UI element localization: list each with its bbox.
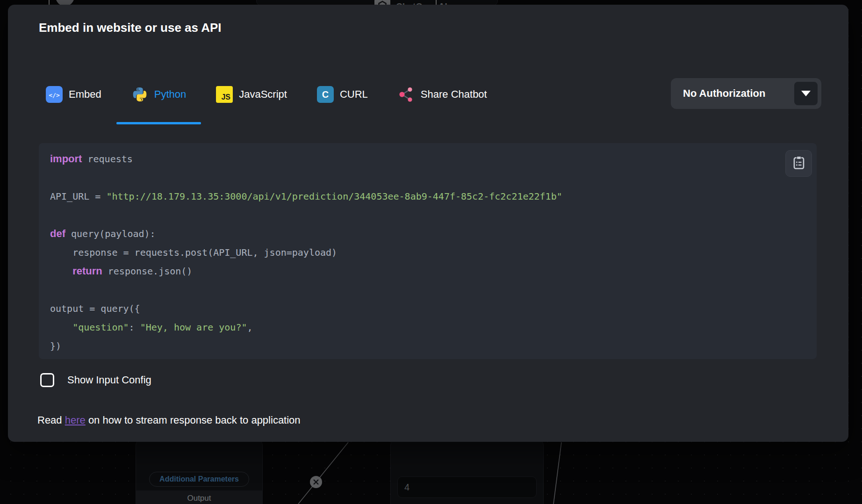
code-line (50, 206, 805, 224)
authorization-select[interactable]: No Authorization (671, 78, 821, 109)
code-line: output = query({ (50, 299, 805, 318)
code-token: output = query({ (50, 303, 140, 314)
code-token: "question" (72, 322, 129, 333)
stream-hint-text: on how to stream response back to applic… (86, 414, 301, 426)
share-chatbot-icon (398, 86, 415, 103)
code-token: response.json() (102, 266, 193, 277)
embed-api-dialog: Embed in website or use as API </>EmbedP… (8, 5, 848, 442)
svg-text:JS: JS (222, 93, 231, 101)
tab-curl[interactable]: CCURL (302, 69, 383, 124)
authorization-value: No Authorization (683, 87, 765, 100)
code-line: import requests (50, 150, 805, 168)
curl-icon: C (317, 86, 334, 103)
tab-label: Share Chatbot (421, 88, 487, 101)
code-line: "question": "Hey, how are you?", (50, 318, 805, 337)
code-line (50, 281, 805, 299)
tab-javascript[interactable]: JSJavaScript (201, 69, 302, 124)
copy-code-button[interactable] (785, 150, 812, 177)
tab-label: Embed (69, 88, 101, 101)
code-token (50, 322, 72, 333)
code-token: , (247, 322, 252, 333)
code-block: import requests API_URL = "http://18.179… (39, 143, 817, 359)
show-input-config-checkbox[interactable] (40, 373, 54, 387)
show-input-config-label: Show Input Config (67, 374, 151, 386)
code-token: "http://18.179.13.35:3000/api/v1/predict… (106, 191, 562, 202)
code-line: }) (50, 337, 805, 355)
python-code: import requests API_URL = "http://18.179… (50, 150, 805, 355)
stream-hint: Read here on how to stream response back… (31, 414, 826, 426)
tab-python[interactable]: Python (116, 69, 201, 124)
code-token: return (72, 265, 102, 277)
tab-label: CURL (340, 88, 368, 101)
tab-label: Python (154, 88, 187, 101)
stream-docs-link[interactable]: here (65, 414, 86, 426)
svg-text:</>: </> (49, 92, 60, 99)
code-token: : (129, 322, 140, 333)
code-token: "Hey, how are you?" (140, 322, 247, 333)
code-token: def (50, 228, 65, 239)
code-token (50, 266, 72, 277)
code-token: query(payload): (65, 228, 156, 239)
tab-share[interactable]: Share Chatbot (383, 69, 502, 124)
javascript-icon: JS (216, 86, 233, 103)
dialog-title: Embed in website or use as API (31, 5, 826, 35)
code-line: response = requests.post(API_URL, json=p… (50, 243, 805, 262)
code-line: def query(payload): (50, 224, 805, 243)
code-line (50, 168, 805, 187)
code-line: API_URL = "http://18.179.13.35:3000/api/… (50, 187, 805, 206)
tab-label: JavaScript (239, 88, 287, 101)
show-input-config-row: Show Input Config (31, 373, 826, 387)
python-icon (131, 86, 148, 103)
stream-hint-text: Read (37, 414, 65, 426)
code-embed-icon: </> (46, 86, 63, 103)
code-token: API_URL = (50, 191, 106, 202)
clipboard-icon (792, 156, 805, 171)
tab-embed[interactable]: </>Embed (31, 69, 116, 124)
code-token: response = requests.post(API_URL, json=p… (50, 247, 337, 258)
code-line: return response.json() (50, 262, 805, 281)
chevron-down-icon (794, 82, 818, 105)
svg-text:C: C (322, 89, 329, 100)
code-token: import (50, 153, 82, 165)
code-token: requests (82, 153, 132, 165)
code-token: }) (50, 340, 61, 352)
